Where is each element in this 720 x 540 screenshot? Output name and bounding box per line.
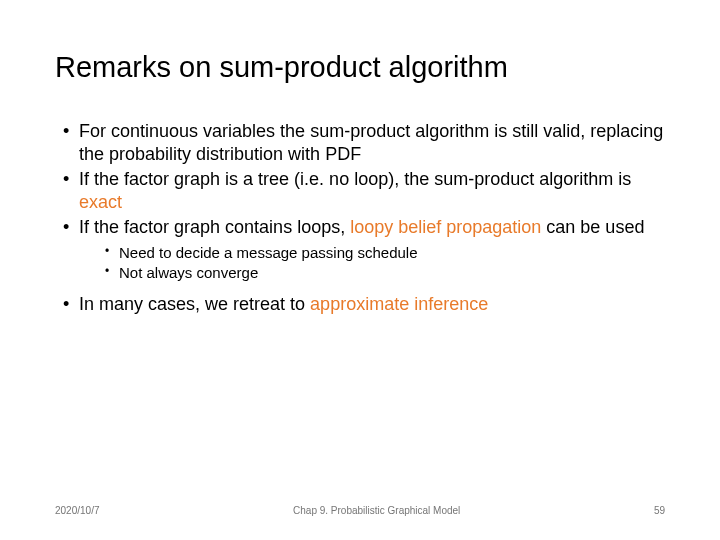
accent-text: exact: [79, 192, 122, 212]
accent-text: approximate inference: [310, 294, 488, 314]
bullet-text: For continuous variables the sum-product…: [79, 121, 663, 164]
bullet-text: If the factor graph is a tree (i.e. no l…: [79, 169, 631, 189]
slide-title: Remarks on sum-product algorithm: [55, 50, 665, 85]
bullet-text: If the factor graph contains loops,: [79, 217, 350, 237]
bullet-list: For continuous variables the sum-product…: [63, 120, 665, 317]
bullet-item: For continuous variables the sum-product…: [63, 120, 665, 166]
sub-list: Need to decide a message passing schedul…: [105, 243, 665, 284]
bullet-text: can be used: [541, 217, 644, 237]
accent-text: loopy belief propagation: [350, 217, 541, 237]
sub-text: Not always converge: [119, 264, 258, 281]
footer-date: 2020/10/7: [55, 505, 100, 516]
bullet-item: If the factor graph contains loops, loop…: [63, 216, 665, 284]
sub-item: Not always converge: [105, 263, 665, 283]
bullet-item: If the factor graph is a tree (i.e. no l…: [63, 168, 665, 214]
sub-text: Need to decide a message passing schedul…: [119, 244, 418, 261]
footer-page-number: 59: [654, 505, 665, 516]
footer-chapter: Chap 9. Probabilistic Graphical Model: [100, 505, 654, 516]
sub-item: Need to decide a message passing schedul…: [105, 243, 665, 263]
bullet-text: In many cases, we retreat to: [79, 294, 310, 314]
slide: Remarks on sum-product algorithm For con…: [0, 0, 720, 540]
footer: 2020/10/7 Chap 9. Probabilistic Graphica…: [55, 505, 665, 516]
bullet-item: In many cases, we retreat to approximate…: [63, 293, 665, 316]
